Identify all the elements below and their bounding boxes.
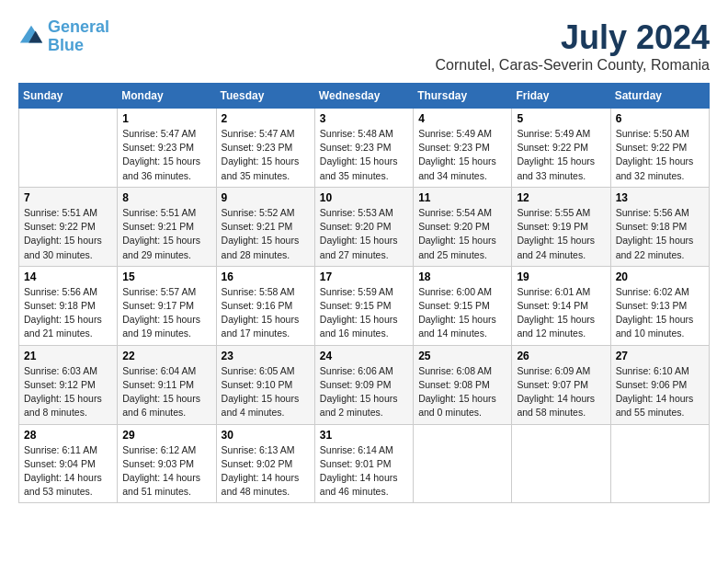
day-info: Sunrise: 5:56 AMSunset: 9:18 PMDaylight:… <box>616 206 704 262</box>
day-info: Sunrise: 5:53 AMSunset: 9:20 PMDaylight:… <box>320 206 408 262</box>
title-block: July 2024 Cornutel, Caras-Severin County… <box>436 18 711 74</box>
calendar-cell: 1Sunrise: 5:47 AMSunset: 9:23 PMDaylight… <box>118 109 216 188</box>
calendar-cell: 8Sunrise: 5:51 AMSunset: 9:21 PMDaylight… <box>118 187 216 266</box>
day-number: 6 <box>616 112 704 125</box>
logo: GeneralBlue <box>18 18 109 55</box>
calendar-cell: 31Sunrise: 6:14 AMSunset: 9:01 PMDayligh… <box>314 424 413 503</box>
day-number: 20 <box>616 270 704 283</box>
weekday-header: Sunday <box>19 84 118 109</box>
day-number: 17 <box>320 270 408 283</box>
calendar-cell: 21Sunrise: 6:03 AMSunset: 9:12 PMDayligh… <box>19 345 118 424</box>
calendar-cell <box>512 424 610 503</box>
weekday-header: Monday <box>118 84 216 109</box>
day-info: Sunrise: 5:47 AMSunset: 9:23 PMDaylight:… <box>122 127 210 183</box>
day-number: 7 <box>24 191 112 204</box>
calendar-cell: 10Sunrise: 5:53 AMSunset: 9:20 PMDayligh… <box>314 187 413 266</box>
calendar-cell: 27Sunrise: 6:10 AMSunset: 9:06 PMDayligh… <box>610 345 709 424</box>
calendar-cell: 18Sunrise: 6:00 AMSunset: 9:15 PMDayligh… <box>414 266 512 345</box>
day-info: Sunrise: 6:08 AMSunset: 9:08 PMDaylight:… <box>418 364 506 420</box>
weekday-header: Wednesday <box>314 84 413 109</box>
day-number: 16 <box>222 270 310 283</box>
day-number: 28 <box>24 429 112 442</box>
day-info: Sunrise: 5:48 AMSunset: 9:23 PMDaylight:… <box>320 127 408 183</box>
calendar-header-row: SundayMondayTuesdayWednesdayThursdayFrid… <box>19 84 710 109</box>
logo-icon <box>18 24 44 50</box>
calendar-cell: 30Sunrise: 6:13 AMSunset: 9:02 PMDayligh… <box>216 424 314 503</box>
calendar-week-row: 21Sunrise: 6:03 AMSunset: 9:12 PMDayligh… <box>19 345 710 424</box>
calendar-cell: 11Sunrise: 5:54 AMSunset: 9:20 PMDayligh… <box>414 187 512 266</box>
day-info: Sunrise: 5:59 AMSunset: 9:15 PMDaylight:… <box>320 285 408 341</box>
day-number: 9 <box>222 191 310 204</box>
calendar-cell: 28Sunrise: 6:11 AMSunset: 9:04 PMDayligh… <box>19 424 118 503</box>
calendar-cell: 4Sunrise: 5:49 AMSunset: 9:23 PMDaylight… <box>414 109 512 188</box>
weekday-header: Thursday <box>414 84 512 109</box>
day-number: 14 <box>24 270 112 283</box>
day-info: Sunrise: 5:56 AMSunset: 9:18 PMDaylight:… <box>24 285 112 341</box>
page-header: GeneralBlue July 2024 Cornutel, Caras-Se… <box>18 18 710 74</box>
day-number: 22 <box>122 350 210 362</box>
calendar-cell: 13Sunrise: 5:56 AMSunset: 9:18 PMDayligh… <box>610 187 709 266</box>
calendar-cell: 23Sunrise: 6:05 AMSunset: 9:10 PMDayligh… <box>216 345 314 424</box>
day-number: 13 <box>616 191 704 204</box>
month-year: July 2024 <box>436 18 711 57</box>
day-info: Sunrise: 5:49 AMSunset: 9:22 PMDaylight:… <box>517 127 605 183</box>
day-info: Sunrise: 5:54 AMSunset: 9:20 PMDaylight:… <box>418 206 506 262</box>
calendar-week-row: 14Sunrise: 5:56 AMSunset: 9:18 PMDayligh… <box>19 266 710 345</box>
calendar-cell <box>610 424 709 503</box>
calendar-cell <box>414 424 512 503</box>
day-number: 19 <box>517 270 605 283</box>
day-number: 29 <box>122 429 210 442</box>
day-number: 10 <box>320 191 408 204</box>
day-info: Sunrise: 5:51 AMSunset: 9:21 PMDaylight:… <box>122 206 210 262</box>
day-number: 1 <box>122 112 210 125</box>
calendar-week-row: 1Sunrise: 5:47 AMSunset: 9:23 PMDaylight… <box>19 109 710 188</box>
day-number: 25 <box>418 350 506 362</box>
day-number: 12 <box>517 191 605 204</box>
day-info: Sunrise: 6:13 AMSunset: 9:02 PMDaylight:… <box>222 443 310 500</box>
calendar-cell: 9Sunrise: 5:52 AMSunset: 9:21 PMDaylight… <box>216 187 314 266</box>
weekday-header: Tuesday <box>216 84 314 109</box>
calendar-cell: 17Sunrise: 5:59 AMSunset: 9:15 PMDayligh… <box>314 266 413 345</box>
day-info: Sunrise: 5:57 AMSunset: 9:17 PMDaylight:… <box>122 285 210 341</box>
day-number: 8 <box>122 191 210 204</box>
calendar-cell <box>19 109 118 188</box>
day-info: Sunrise: 5:51 AMSunset: 9:22 PMDaylight:… <box>24 206 112 262</box>
day-info: Sunrise: 6:03 AMSunset: 9:12 PMDaylight:… <box>24 364 112 420</box>
day-number: 3 <box>320 112 408 125</box>
calendar-cell: 6Sunrise: 5:50 AMSunset: 9:22 PMDaylight… <box>610 109 709 188</box>
day-info: Sunrise: 6:04 AMSunset: 9:11 PMDaylight:… <box>122 364 210 420</box>
calendar-cell: 26Sunrise: 6:09 AMSunset: 9:07 PMDayligh… <box>512 345 610 424</box>
day-info: Sunrise: 6:09 AMSunset: 9:07 PMDaylight:… <box>517 364 605 420</box>
calendar-cell: 5Sunrise: 5:49 AMSunset: 9:22 PMDaylight… <box>512 109 610 188</box>
weekday-header: Saturday <box>610 84 709 109</box>
calendar-cell: 20Sunrise: 6:02 AMSunset: 9:13 PMDayligh… <box>610 266 709 345</box>
calendar-week-row: 28Sunrise: 6:11 AMSunset: 9:04 PMDayligh… <box>19 424 710 503</box>
day-number: 24 <box>320 350 408 362</box>
calendar-cell: 15Sunrise: 5:57 AMSunset: 9:17 PMDayligh… <box>118 266 216 345</box>
calendar-week-row: 7Sunrise: 5:51 AMSunset: 9:22 PMDaylight… <box>19 187 710 266</box>
day-info: Sunrise: 6:10 AMSunset: 9:06 PMDaylight:… <box>616 364 704 420</box>
day-number: 18 <box>418 270 506 283</box>
day-number: 27 <box>616 350 704 362</box>
day-number: 2 <box>222 112 310 125</box>
location: Cornutel, Caras-Severin County, Romania <box>436 57 711 74</box>
day-number: 26 <box>517 350 605 362</box>
day-info: Sunrise: 6:12 AMSunset: 9:03 PMDaylight:… <box>122 443 210 500</box>
day-info: Sunrise: 5:47 AMSunset: 9:23 PMDaylight:… <box>222 127 310 183</box>
day-info: Sunrise: 5:49 AMSunset: 9:23 PMDaylight:… <box>418 127 506 183</box>
calendar-cell: 16Sunrise: 5:58 AMSunset: 9:16 PMDayligh… <box>216 266 314 345</box>
day-number: 4 <box>418 112 506 125</box>
calendar-cell: 29Sunrise: 6:12 AMSunset: 9:03 PMDayligh… <box>118 424 216 503</box>
day-info: Sunrise: 6:02 AMSunset: 9:13 PMDaylight:… <box>616 285 704 341</box>
day-info: Sunrise: 5:58 AMSunset: 9:16 PMDaylight:… <box>222 285 310 341</box>
day-info: Sunrise: 6:11 AMSunset: 9:04 PMDaylight:… <box>24 443 112 500</box>
day-number: 31 <box>320 429 408 442</box>
day-number: 23 <box>222 350 310 362</box>
day-number: 5 <box>517 112 605 125</box>
day-number: 30 <box>222 429 310 442</box>
logo-text: GeneralBlue <box>48 18 109 55</box>
day-info: Sunrise: 6:00 AMSunset: 9:15 PMDaylight:… <box>418 285 506 341</box>
day-info: Sunrise: 6:14 AMSunset: 9:01 PMDaylight:… <box>320 443 408 500</box>
day-number: 15 <box>122 270 210 283</box>
calendar-cell: 24Sunrise: 6:06 AMSunset: 9:09 PMDayligh… <box>314 345 413 424</box>
